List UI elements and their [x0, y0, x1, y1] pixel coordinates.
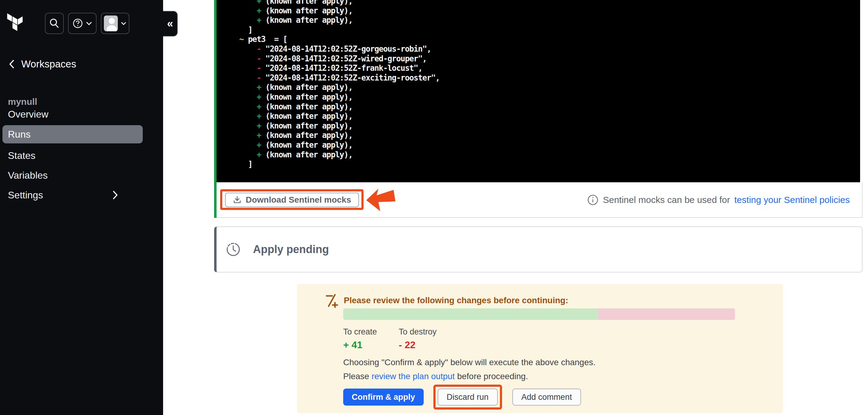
diff-icon [325, 293, 339, 308]
create-bar-segment [343, 308, 598, 320]
terraform-logo-icon [5, 11, 25, 33]
review-plan-output-link[interactable]: review the plan output [371, 372, 455, 381]
to-create-value: + 41 [343, 339, 399, 351]
confirm-apply-button[interactable]: Confirm & apply [343, 389, 424, 406]
plan-log-card: + (known after apply), + (known after ap… [214, 0, 863, 218]
sidebar: Workspaces mynull Overview Runs States V… [0, 0, 163, 415]
sidebar-item-overview[interactable]: Overview [2, 105, 143, 123]
search-icon [49, 18, 60, 29]
change-summary-bar [343, 308, 735, 320]
info-icon [587, 194, 599, 206]
add-comment-button[interactable]: Add comment [513, 389, 581, 406]
to-destroy-label: To destroy [399, 327, 454, 337]
download-icon [233, 196, 242, 204]
back-to-workspaces-link[interactable]: Workspaces [9, 58, 76, 70]
download-sentinel-mocks-button[interactable]: Download Sentinel mocks [225, 192, 359, 207]
pending-clock-icon [226, 242, 241, 257]
review-paragraph-1: Choosing "Confirm & apply" below will ex… [343, 356, 735, 368]
discard-run-button[interactable]: Discard run [438, 389, 498, 406]
chevron-down-icon [121, 22, 126, 26]
sentinel-mocks-row: Download Sentinel mocks Sentinel mocks c… [217, 182, 863, 218]
back-label: Workspaces [21, 58, 76, 70]
sidebar-item-runs[interactable]: Runs [2, 125, 143, 143]
annotation-arrow-icon [366, 187, 396, 212]
to-create-label: To create [343, 327, 399, 337]
review-heading: Please review the following changes befo… [344, 296, 568, 305]
chevron-right-icon [112, 190, 118, 200]
plan-log-terminal[interactable]: + (known after apply), + (known after ap… [217, 0, 860, 182]
sentinel-policies-link[interactable]: testing your Sentinel policies [734, 195, 850, 205]
avatar [104, 16, 118, 31]
sidebar-item-settings[interactable]: Settings [2, 186, 143, 204]
to-destroy-value: - 22 [399, 339, 454, 351]
chevron-left-icon [9, 60, 14, 69]
user-menu-button[interactable] [101, 13, 129, 34]
chevron-down-icon [86, 22, 92, 26]
apply-pending-card: Apply pending [214, 226, 863, 272]
review-paragraph-2: Please review the plan output before pro… [343, 370, 735, 383]
sidebar-collapse-button[interactable]: « [163, 11, 178, 36]
sidebar-item-states[interactable]: States [2, 146, 143, 165]
sentinel-info-text: Sentinel mocks can be used for [603, 195, 730, 205]
apply-pending-title: Apply pending [253, 243, 329, 256]
search-button[interactable] [45, 13, 64, 34]
review-changes-panel: Please review the following changes befo… [297, 284, 783, 413]
sentinel-info: Sentinel mocks can be used for testing y… [587, 194, 850, 206]
sidebar-item-variables[interactable]: Variables [2, 166, 143, 184]
terminal-output: + (known after apply), + (known after ap… [217, 0, 860, 169]
destroy-bar-segment [598, 308, 735, 320]
help-menu-button[interactable] [68, 13, 97, 34]
help-icon [72, 18, 83, 29]
